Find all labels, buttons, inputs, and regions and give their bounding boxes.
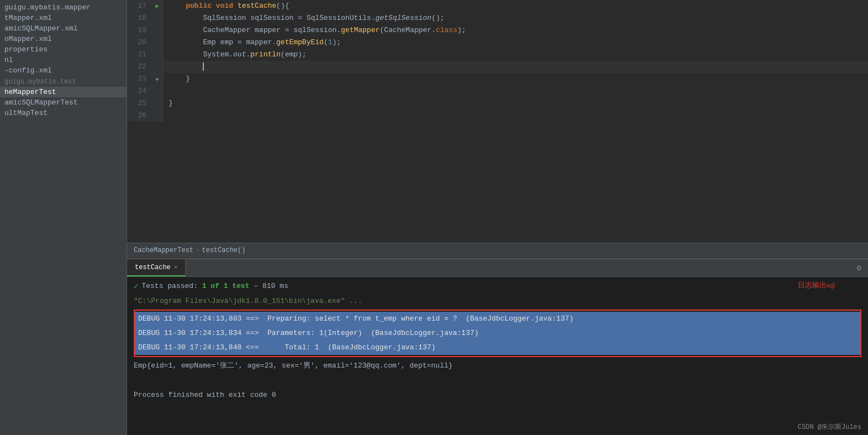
line-content-25: }: [163, 97, 868, 109]
tab-close-button[interactable]: ×: [174, 264, 178, 271]
sidebar-item-hemappertest[interactable]: heMapperTest: [0, 87, 127, 97]
gear-icon: ⚙: [857, 263, 861, 272]
breadcrumb-class[interactable]: CacheMapperTest: [134, 247, 193, 254]
run-icon-17[interactable]: ▶: [155, 3, 159, 9]
sidebar-item-amicsqlmapper-xml[interactable]: amicSQLMapper.xml: [0, 23, 127, 34]
test-status-suffix: – 810 ms: [249, 282, 288, 290]
sidebar: guigu.mybatis.mapper tMapper.xml amicSQL…: [0, 0, 127, 435]
sidebar-item-config-xml[interactable]: -config.xml: [0, 65, 127, 76]
console-output: "C:\Program Files\Java\jdk1.8.0_151\bin\…: [134, 295, 861, 401]
line-number-17: 17: [127, 0, 152, 12]
line-number-22: 22: [127, 61, 152, 73]
sidebar-section-test: guigu.mybatis.test: [0, 76, 127, 87]
main-area: guigu.mybatis.mapper tMapper.xml amicSQL…: [0, 0, 868, 435]
process-finished: Process finished with exit code 0: [134, 377, 861, 401]
code-line-22: 22: [127, 61, 868, 73]
line-content-22: [163, 61, 868, 73]
line-content-17: public void testCache(){: [163, 0, 868, 12]
tab-testcache-label: testCache: [135, 264, 171, 271]
line-gutter-24: [152, 85, 163, 97]
line-number-26: 26: [127, 109, 152, 122]
debug-log-block: DEBUG 11-30 17:24:13,803 ==> Preparing: …: [134, 310, 861, 357]
line-number-24: 24: [127, 85, 152, 97]
console-cmd-line: "C:\Program Files\Java\jdk1.8.0_151\bin\…: [134, 295, 861, 307]
line-content-20: Emp emp = mapper.getEmpByEid(1);: [163, 36, 868, 49]
sidebar-item-tmapper-xml[interactable]: tMapper.xml: [0, 13, 127, 23]
line-content-24: [163, 85, 868, 97]
code-editor-area: 17 ▶ public void testCache(){ 18 SqlSess…: [127, 0, 868, 435]
sidebar-item-ultmaptest[interactable]: ultMapTest: [0, 108, 127, 118]
line-number-20: 20: [127, 36, 152, 49]
code-line-19: 19 CacheMapper mapper = sqlSession.getMa…: [127, 24, 868, 36]
debug-line-0: DEBUG 11-30 17:24:13,803 ==> Preparing: …: [135, 312, 860, 326]
test-status-prefix: Tests passed:: [141, 282, 202, 290]
line-number-19: 19: [127, 24, 152, 36]
bottom-panel: testCache × ⚙ 日志输出sql ✓ Tests passed: 1 …: [127, 258, 868, 435]
bottom-content[interactable]: 日志输出sql ✓ Tests passed: 1 of 1 test – 81…: [127, 277, 868, 435]
sidebar-item-guigu-mybatis-mapper[interactable]: guigu.mybatis.mapper: [0, 2, 127, 13]
test-passed-icon: ✓: [134, 281, 138, 291]
line-gutter-25: [152, 97, 163, 109]
sidebar-item-amicsqlmappertest[interactable]: amicSQLMapperTest: [0, 97, 127, 108]
code-line-17: 17 ▶ public void testCache(){: [127, 0, 868, 12]
code-line-26: 26: [127, 109, 868, 122]
code-line-25: 25 }: [127, 97, 868, 109]
code-editor[interactable]: 17 ▶ public void testCache(){ 18 SqlSess…: [127, 0, 868, 243]
settings-gear-button[interactable]: ⚙: [850, 259, 868, 276]
line-content-26: [163, 109, 868, 122]
annotation-label: 日志输出sql: [798, 280, 835, 290]
code-line-24: 24: [127, 85, 868, 97]
code-line-20: 20 Emp emp = mapper.getEmpByEid(1);: [127, 36, 868, 49]
code-line-23: 23 ◆ }: [127, 73, 868, 85]
bookmark-icon-23: ◆: [155, 76, 159, 82]
breadcrumb-separator: ›: [196, 247, 199, 254]
line-number-18: 18: [127, 12, 152, 24]
test-status-highlight: 1 of 1 test: [202, 282, 250, 290]
line-gutter-21: [152, 49, 163, 61]
line-gutter-19: [152, 24, 163, 36]
line-gutter-26: [152, 109, 163, 122]
line-number-23: 23: [127, 73, 152, 85]
code-line-18: 18 SqlSession sqlSession = SqlSessionUti…: [127, 12, 868, 24]
debug-line-2: DEBUG 11-30 17:24:13,848 <== Total: 1 (B…: [135, 340, 860, 355]
sidebar-item-omapper-xml[interactable]: oMapper.xml: [0, 34, 127, 44]
line-gutter-18: [152, 12, 163, 24]
line-gutter-17: ▶: [152, 0, 163, 12]
sidebar-item-nl[interactable]: nl: [0, 55, 127, 65]
test-status-text: Tests passed: 1 of 1 test – 810 ms: [141, 282, 288, 290]
sidebar-item-properties[interactable]: properties: [0, 44, 127, 55]
line-content-23: }: [163, 73, 868, 85]
line-content-21: System.out.println(emp);: [163, 49, 868, 61]
bottom-tab-bar: testCache × ⚙: [127, 259, 868, 277]
line-number-21: 21: [127, 49, 152, 61]
line-gutter-23: ◆: [152, 73, 163, 85]
line-number-25: 25: [127, 97, 152, 109]
line-content-18: SqlSession sqlSession = SqlSessionUtils.…: [163, 12, 868, 24]
code-line-21: 21 System.out.println(emp);: [127, 49, 868, 61]
breadcrumb: CacheMapperTest › testCache(): [127, 243, 868, 258]
line-gutter-22: [152, 61, 163, 73]
tab-testcache[interactable]: testCache ×: [127, 259, 186, 276]
code-lines: 17 ▶ public void testCache(){ 18 SqlSess…: [127, 0, 868, 122]
line-content-19: CacheMapper mapper = sqlSession.getMappe…: [163, 24, 868, 36]
csdn-watermark: CSDN @朱尔斯Jules: [798, 422, 861, 432]
debug-line-1: DEBUG 11-30 17:24:13,834 ==> Parameters:…: [135, 326, 860, 340]
emp-output: Emp{eid=1, empName='张二', age=23, sex='男'…: [134, 359, 861, 373]
line-gutter-20: [152, 36, 163, 49]
breadcrumb-method[interactable]: testCache(): [202, 247, 245, 254]
test-status-bar: ✓ Tests passed: 1 of 1 test – 810 ms: [134, 281, 861, 291]
